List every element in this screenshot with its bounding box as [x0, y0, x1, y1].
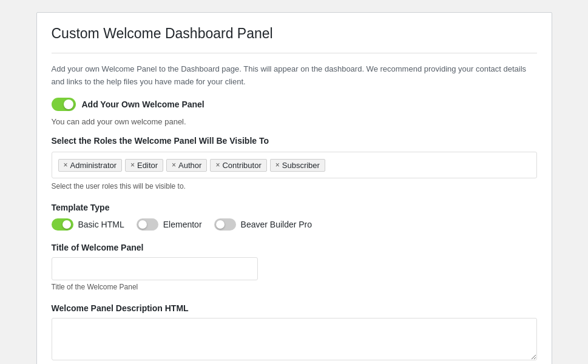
title-field-section: Title of Welcome Panel Title of the Welc…: [52, 243, 537, 291]
title-field-helper: Title of the Welcome Panel: [52, 283, 537, 291]
divider: [52, 53, 537, 53]
role-name-contributor: Contributor: [222, 161, 261, 170]
remove-editor-icon[interactable]: ×: [130, 161, 135, 169]
description-field-label: Welcome Panel Description HTML: [52, 303, 537, 313]
remove-administrator-icon[interactable]: ×: [64, 161, 68, 169]
page-title: Custom Welcome Dashboard Panel: [52, 25, 537, 43]
description-textarea[interactable]: [52, 318, 537, 360]
role-tag-subscriber[interactable]: × Subscriber: [270, 159, 325, 172]
main-toggle-label: Add Your Own Welcome Panel: [82, 99, 204, 109]
template-type-section: Template Type Basic HTML Elementor: [52, 203, 537, 231]
welcome-panel-helper: You can add your own welcome panel.: [52, 117, 537, 126]
role-tag-contributor[interactable]: × Contributor: [210, 159, 266, 172]
role-name-subscriber: Subscriber: [282, 161, 320, 170]
basic-html-toggle[interactable]: [52, 218, 73, 231]
description-field-section: Welcome Panel Description HTML: [52, 303, 537, 362]
beaver-toggle[interactable]: [214, 218, 236, 231]
role-tag-author[interactable]: × Author: [166, 159, 207, 172]
main-toggle[interactable]: [52, 98, 76, 111]
template-option-beaver: Beaver Builder Pro: [214, 218, 313, 231]
basic-html-label: Basic HTML: [78, 220, 124, 229]
main-toggle-row: Add Your Own Welcome Panel: [52, 98, 537, 111]
page-wrapper: Custom Welcome Dashboard Panel Add your …: [0, 0, 588, 364]
remove-subscriber-icon[interactable]: ×: [275, 161, 280, 169]
roles-label: Select the Roles the Welcome Panel Will …: [52, 136, 537, 146]
title-input[interactable]: [52, 257, 258, 280]
template-option-basic-html: Basic HTML: [52, 218, 124, 231]
role-tag-editor[interactable]: × Editor: [125, 159, 163, 172]
roles-helper: Select the user roles this will be visib…: [52, 182, 537, 190]
role-name-editor: Editor: [137, 161, 158, 170]
roles-section: Select the Roles the Welcome Panel Will …: [52, 136, 537, 190]
roles-box[interactable]: × Administrator × Editor × Author × Cont…: [52, 152, 537, 178]
remove-contributor-icon[interactable]: ×: [215, 161, 220, 169]
settings-card: Custom Welcome Dashboard Panel Add your …: [36, 12, 552, 364]
remove-author-icon[interactable]: ×: [172, 161, 176, 169]
description-text: Add your own Welcome Panel to the Dashbo…: [52, 63, 537, 89]
role-name-administrator: Administrator: [70, 161, 117, 170]
role-name-author: Author: [178, 161, 201, 170]
template-type-label: Template Type: [52, 203, 537, 212]
elementor-label: Elementor: [163, 220, 202, 229]
title-field-label: Title of Welcome Panel: [52, 243, 537, 252]
template-option-elementor: Elementor: [137, 218, 202, 231]
template-options: Basic HTML Elementor Beaver Builder Pro: [52, 218, 537, 231]
beaver-label: Beaver Builder Pro: [241, 220, 313, 229]
elementor-toggle[interactable]: [137, 218, 158, 231]
role-tag-administrator[interactable]: × Administrator: [58, 159, 123, 172]
